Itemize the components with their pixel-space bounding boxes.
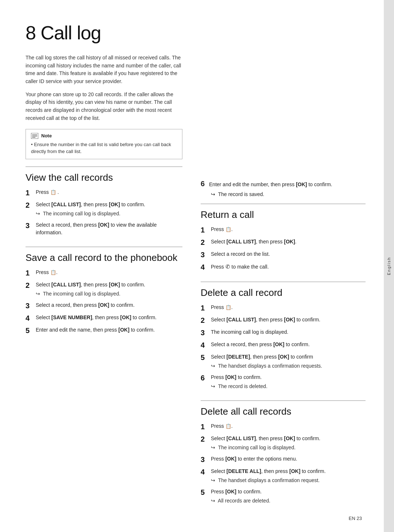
step-deleteall-1: 1 Press 📋. bbox=[201, 422, 366, 431]
note-label: Note bbox=[41, 133, 52, 138]
intro-para2: Your phone can store up to 20 call recor… bbox=[26, 91, 182, 122]
intro-para1: The call log stores the call history of … bbox=[26, 54, 182, 86]
side-tab-label: English bbox=[387, 257, 391, 275]
divider-delete bbox=[201, 282, 366, 282]
section-return-call: Return a call 1 Press 📋. 2 Select [CALL … bbox=[201, 204, 366, 271]
save-step6-continuation: 6 Enter and edit the number, then press … bbox=[201, 167, 366, 197]
step-deleteall-4: 4 Select [DELETE ALL], then press [OK] t… bbox=[201, 468, 366, 484]
right-column: 6 Enter and edit the number, then press … bbox=[193, 167, 366, 515]
page-title: 8 Call log bbox=[26, 22, 366, 44]
step-save-6-label: 6 Enter and edit the number, then press … bbox=[201, 178, 366, 189]
section-title-view: View the call records bbox=[26, 172, 182, 183]
section-title-delete: Delete a call record bbox=[201, 287, 366, 298]
step-save-4: 4 Select [SAVE NUMBER], then press [OK] … bbox=[26, 314, 182, 322]
step-save-1: 1 Press 📋. bbox=[26, 269, 182, 277]
step-return-1: 1 Press 📋. bbox=[201, 226, 366, 234]
section-title-delete-all: Delete all call records bbox=[201, 406, 366, 417]
left-column: View the call records 1 Press 📋 . 2 Sele… bbox=[26, 167, 193, 515]
step-view-1: 1 Press 📋 . bbox=[26, 188, 182, 197]
step-delete-2: 2 Select [CALL LIST], then press [OK] to… bbox=[201, 316, 366, 325]
step-deleteall-2: 2 Select [CALL LIST], then press [OK] to… bbox=[201, 435, 366, 451]
step-delete-3: 3 The incoming call log is displayed. bbox=[201, 328, 366, 337]
step-return-2: 2 Select [CALL LIST], then press [OK]. bbox=[201, 238, 366, 247]
step-delete-4: 4 Select a record, then press [OK] to co… bbox=[201, 341, 366, 349]
divider-view bbox=[26, 167, 182, 167]
note-header: Note bbox=[31, 133, 177, 139]
step-delete-6: 6 Press [OK] to confirm. ↪ The record is… bbox=[201, 373, 366, 390]
step-save-2: 2 Select [CALL LIST], then press [OK] to… bbox=[26, 281, 182, 298]
steps-delete-all: 1 Press 📋. 2 Select [CALL LIST], then pr… bbox=[201, 422, 366, 505]
section-title-save: Save a call record to the phonebook bbox=[26, 252, 182, 263]
steps-return: 1 Press 📋. 2 Select [CALL LIST], then pr… bbox=[201, 226, 366, 271]
step-deleteall-3: 3 Press [OK] to enter the options menu. bbox=[201, 455, 366, 464]
section-save-call-record: Save a call record to the phonebook 1 Pr… bbox=[26, 247, 182, 335]
step-deleteall-5: 5 Press [OK] to confirm. ↪ All records a… bbox=[201, 488, 366, 505]
side-tab: English bbox=[384, 0, 394, 532]
section-title-return: Return a call bbox=[201, 209, 366, 220]
page: 8 Call log The call log stores the call … bbox=[0, 0, 394, 532]
page-footer: EN 23 bbox=[349, 516, 362, 521]
steps-view: 1 Press 📋 . 2 Select [CALL LIST], then p… bbox=[26, 188, 182, 236]
main-content: 8 Call log The call log stores the call … bbox=[0, 0, 384, 532]
note-icon bbox=[31, 133, 38, 139]
steps-save: 1 Press 📋. 2 Select [CALL LIST], then pr… bbox=[26, 269, 182, 335]
step-view-3: 3 Select a record, then press [OK] to vi… bbox=[26, 221, 182, 236]
step-return-3: 3 Select a record on the list. bbox=[201, 250, 366, 259]
step-view-2: 2 Select [CALL LIST], then press [OK] to… bbox=[26, 201, 182, 218]
note-box: Note • Ensure the number in the call lis… bbox=[26, 129, 182, 159]
step-save-5: 5 Enter and edit the name, then press [O… bbox=[26, 326, 182, 335]
divider-save bbox=[26, 247, 182, 247]
section-delete-all: Delete all call records 1 Press 📋. 2 Sel… bbox=[201, 400, 366, 505]
divider-delete-all bbox=[201, 400, 366, 401]
divider-return bbox=[201, 204, 366, 204]
steps-delete: 1 Press 📋. 2 Select [CALL LIST], then pr… bbox=[201, 304, 366, 390]
two-column-layout: View the call records 1 Press 📋 . 2 Sele… bbox=[26, 167, 366, 515]
note-text: • Ensure the number in the call list is … bbox=[31, 141, 177, 155]
step-delete-5: 5 Select [DELETE], then press [OK] to co… bbox=[201, 353, 366, 370]
step-return-4: 4 Press ✆ to make the call. bbox=[201, 263, 366, 271]
step-save-3: 3 Select a record, then press [OK] to co… bbox=[26, 301, 182, 310]
step-delete-1: 1 Press 📋. bbox=[201, 304, 366, 312]
section-view-call-records: View the call records 1 Press 📋 . 2 Sele… bbox=[26, 167, 182, 236]
section-delete-record: Delete a call record 1 Press 📋. 2 Select… bbox=[201, 282, 366, 390]
